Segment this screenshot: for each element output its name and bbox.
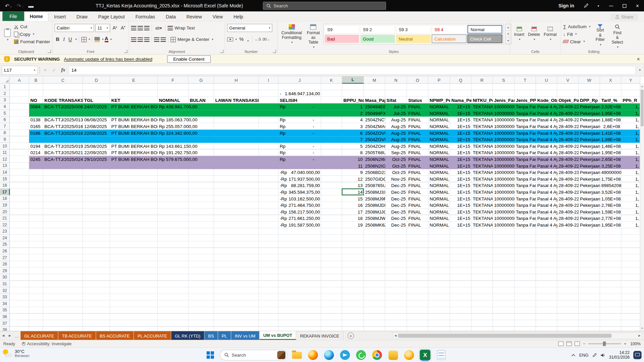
- sort-filter-button[interactable]: Sort & Filter▾: [593, 23, 608, 49]
- cell-X6[interactable]: 1,88E+08: [600, 117, 622, 123]
- cell-L10[interactable]: 5: [342, 143, 364, 149]
- cell-W21[interactable]: Pekerjaan: [579, 215, 600, 222]
- cell-P20[interactable]: NORMAL: [428, 208, 450, 215]
- cell-W17[interactable]: Pekerjaan: [579, 189, 600, 195]
- cell-S13[interactable]: 1000000000: [493, 163, 515, 169]
- cell-U14[interactable]: Pasal 4 Ay: [536, 169, 557, 176]
- cell-N6[interactable]: Aug-25: [385, 117, 407, 123]
- file-explorer-button[interactable]: [290, 349, 304, 362]
- cell-W3[interactable]: DPP_Rp: [579, 97, 600, 104]
- cell-J6[interactable]: Rp-: [278, 117, 321, 123]
- cell-Q16[interactable]: 1E+15: [450, 182, 472, 189]
- cell-O13[interactable]: FINAL: [407, 163, 428, 169]
- cell-T14[interactable]: Tanpa Fas: [515, 169, 536, 176]
- cell-L3[interactable]: BPPU_No: [342, 97, 364, 104]
- vertical-scrollbar[interactable]: ▲ ▼: [640, 84, 644, 331]
- column-header-D[interactable]: D: [83, 76, 110, 84]
- column-header-X[interactable]: X: [600, 76, 622, 84]
- cell-P22[interactable]: NORMAL: [428, 222, 450, 228]
- column-header-P[interactable]: P: [428, 76, 450, 84]
- cell-S4[interactable]: 1000000000: [493, 104, 515, 110]
- cell-Q4[interactable]: 1E+15: [450, 104, 472, 110]
- cell-S12[interactable]: 1000000000: [493, 156, 515, 163]
- cell-W7[interactable]: Pekerjaan: [579, 123, 600, 130]
- cell-Q15[interactable]: 1E+15: [450, 176, 472, 182]
- cell-L6[interactable]: 4: [342, 117, 364, 123]
- share-button[interactable]: Share: [610, 13, 638, 20]
- format-as-table-button[interactable]: Format as Table▾: [305, 23, 322, 49]
- column-header-O[interactable]: O: [407, 76, 428, 84]
- cell-L17[interactable]: 14: [342, 189, 364, 195]
- cell-N9[interactable]: Aug-25: [385, 136, 407, 143]
- cell-J2[interactable]: -1.646.947.134,00: [278, 90, 321, 97]
- cell-X21[interactable]: 2,77E+08: [600, 215, 622, 222]
- cell-V13[interactable]: 28-409-22: [557, 163, 579, 169]
- sign-in-button[interactable]: Sign in: [553, 3, 580, 8]
- cell-N20[interactable]: Dec-25: [385, 208, 407, 215]
- weather-widget[interactable]: 30°CBerawan: [2, 349, 29, 358]
- ribbon-tab-data[interactable]: Data: [160, 13, 181, 21]
- cell-V4[interactable]: 28-409-22: [557, 104, 579, 110]
- cell-V18[interactable]: 28-409-22: [557, 195, 579, 202]
- cell-U7[interactable]: Pasal 4 Ay: [536, 123, 557, 130]
- cell-S8[interactable]: 1000000000: [493, 130, 515, 136]
- cell-T17[interactable]: Tanpa Fas: [515, 189, 536, 195]
- cell-O5[interactable]: FINAL: [407, 110, 428, 117]
- style-good[interactable]: Good: [360, 35, 395, 43]
- cell-N5[interactable]: Jul-25: [385, 110, 407, 117]
- row-header-29[interactable]: 29: [0, 267, 10, 274]
- cell-F8[interactable]: Rp 324.342.900,00: [158, 130, 189, 136]
- cell-X18[interactable]: 1,05E+08: [600, 195, 622, 202]
- style-normal[interactable]: Normal: [467, 25, 502, 34]
- cell-W6[interactable]: Pekerjaan: [579, 117, 600, 123]
- cell-J12[interactable]: Rp-: [278, 156, 321, 163]
- new-sheet-button[interactable]: +: [347, 332, 354, 339]
- cell-W14[interactable]: Pekerjaan: [579, 169, 600, 176]
- row-header-10[interactable]: 10: [0, 143, 10, 149]
- cut-button[interactable]: Cut: [14, 23, 50, 31]
- cell-C12[interactable]: BCA-TTJ/2025/0245: [43, 156, 83, 163]
- cell-X8[interactable]: 1,41E+08: [600, 130, 622, 136]
- cell-C8[interactable]: BCA-TTJ/2025/0186: [43, 130, 83, 136]
- cell-N22[interactable]: Dec-25: [385, 222, 407, 228]
- accessibility-status[interactable]: Accessibility: Investigate: [22, 342, 72, 346]
- sheet-tab-gl-accurate[interactable]: GL ACCURATE: [20, 331, 58, 340]
- cell-O8[interactable]: FINAL: [407, 130, 428, 136]
- format-cells-button[interactable]: Format▾: [542, 25, 558, 41]
- cell-R16[interactable]: TEKTANA: [472, 182, 493, 189]
- cell-T22[interactable]: Tanpa Fas: [515, 222, 536, 228]
- cell-Y9[interactable]: 1,: [622, 136, 640, 143]
- cell-S15[interactable]: 1000000000: [493, 176, 515, 182]
- cell-R3[interactable]: NITKU_Pe: [472, 97, 493, 104]
- cell-R15[interactable]: TEKTANA: [472, 176, 493, 182]
- cell-E4[interactable]: PT BUMI BERKAH BOG: [110, 104, 158, 110]
- cell-D11[interactable]: 22/09/2025: [83, 149, 110, 156]
- cell-W10[interactable]: Pekerjaan: [579, 143, 600, 149]
- comma-style-icon[interactable]: ,: [246, 37, 250, 42]
- cell-O17[interactable]: FINAL: [407, 189, 428, 195]
- cell-X9[interactable]: 1,89E+08: [600, 136, 622, 143]
- cell-J4[interactable]: Rp-: [278, 104, 321, 110]
- horizontal-scrollbar[interactable]: ◀ ▶: [393, 333, 642, 339]
- cell-P7[interactable]: NORMAL: [428, 123, 450, 130]
- clear-button[interactable]: Clear▾: [563, 38, 591, 45]
- page-break-view-button[interactable]: [575, 342, 580, 346]
- cell-B8[interactable]: 0186: [29, 130, 43, 136]
- cell-W8[interactable]: Pekerjaan: [579, 130, 600, 136]
- row-header-33[interactable]: 33: [0, 294, 10, 301]
- cell-E3[interactable]: KET: [110, 97, 158, 104]
- cell-N7[interactable]: Aug-25: [385, 123, 407, 130]
- cell-W12[interactable]: Pekerjaan: [579, 156, 600, 163]
- cell-T4[interactable]: Tanpa Fas: [515, 104, 536, 110]
- cell-X16[interactable]: 89854208: [600, 182, 622, 189]
- row-header-27[interactable]: 27: [0, 254, 10, 261]
- cell-T19[interactable]: Tanpa Fas: [515, 202, 536, 208]
- cell-T18[interactable]: Tanpa Fas: [515, 195, 536, 202]
- cell-J8[interactable]: Rp-: [278, 130, 321, 136]
- normal-view-button[interactable]: [558, 342, 564, 346]
- speaker-icon[interactable]: [600, 353, 605, 357]
- edge-button[interactable]: [322, 349, 335, 362]
- cell-N11[interactable]: Sep-25: [385, 149, 407, 156]
- cell-U21[interactable]: Pasal 4 Ay: [536, 215, 557, 222]
- start-button[interactable]: [204, 349, 217, 362]
